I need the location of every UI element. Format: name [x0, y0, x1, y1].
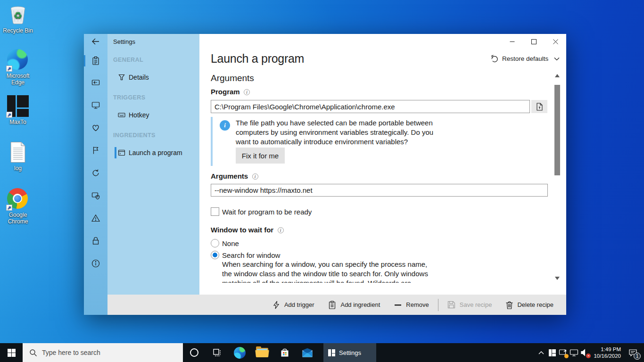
action-center-button[interactable]: 1: [628, 347, 637, 358]
tray-chevron-up[interactable]: [537, 347, 546, 358]
desktop-icon-chrome[interactable]: Google Chrome: [0, 188, 36, 225]
health-icon[interactable]: [84, 122, 107, 133]
cortana-button[interactable]: [183, 343, 206, 362]
close-button[interactable]: [545, 34, 566, 49]
sidebar-item-label: Launch a program: [129, 149, 182, 156]
add-trigger-button[interactable]: Add trigger: [265, 295, 322, 315]
desktop-icon-label: Microsoft: [0, 73, 36, 79]
arguments-label: Arguments: [211, 172, 258, 180]
store-button[interactable]: [273, 343, 296, 362]
desktop-icon-label2: Chrome: [0, 218, 36, 225]
fix-it-button[interactable]: Fix it for me: [236, 148, 285, 164]
delete-recipe-button[interactable]: Delete recipe: [499, 295, 561, 315]
store-icon: [280, 347, 290, 358]
trash-icon: [506, 301, 513, 309]
settings-sidebar: Settings GENERAL Details TRIGGERS Hotkey…: [107, 34, 199, 295]
taskbar-app-label: Settings: [339, 349, 361, 356]
settings-window: Settings GENERAL Details TRIGGERS Hotkey…: [84, 34, 566, 315]
page-title: Launch a program: [211, 52, 304, 66]
desktop-icon-label: Google: [0, 212, 36, 218]
tray-sync-icon[interactable]: [558, 347, 568, 358]
info-icon[interactable]: [252, 173, 258, 180]
taskbar-app-settings[interactable]: Settings: [323, 343, 376, 362]
task-view-icon: [212, 348, 222, 357]
arguments-input[interactable]: --new-window https://maxto.net: [211, 184, 548, 197]
section-header-triggers: TRIGGERS: [113, 94, 145, 101]
remove-icon: [394, 301, 402, 309]
recipes-icon[interactable]: [84, 55, 107, 66]
chevron-down-icon: [554, 57, 560, 61]
back-button[interactable]: [84, 36, 107, 47]
windows-logo-icon: [8, 349, 16, 357]
file-explorer-button[interactable]: [251, 343, 273, 362]
license-icon[interactable]: [84, 235, 107, 247]
sidebar-item-details[interactable]: Details: [107, 71, 199, 84]
start-button[interactable]: [0, 343, 23, 362]
file-explorer-icon: [256, 348, 268, 357]
tray-volume-icon[interactable]: ×: [580, 347, 589, 358]
info-icon[interactable]: [278, 227, 284, 233]
tray-display-icon[interactable]: [569, 347, 578, 358]
desktop-icon-label: Recycle Bin: [0, 27, 36, 34]
maximize-button[interactable]: [523, 34, 545, 49]
browse-file-button[interactable]: [531, 100, 547, 113]
sidebar-item-hotkey[interactable]: Hotkey: [107, 108, 199, 122]
undo-icon: [490, 55, 498, 63]
info-panel-text: The file path you have selected can be m…: [236, 118, 433, 147]
recycle-bin-icon: ♻: [7, 4, 29, 25]
scrollbar-up-arrow[interactable]: [553, 72, 561, 79]
taskbar-clock[interactable]: 1:49 PM 10/16/2020: [594, 346, 621, 359]
minimize-button[interactable]: [501, 34, 523, 49]
restore-defaults-button[interactable]: Restore defaults: [490, 55, 560, 63]
warnings-icon[interactable]: [84, 213, 107, 224]
wait-checkbox-label: Wait for program to be ready: [222, 208, 312, 216]
clipboard-icon: [328, 301, 336, 309]
desktop-icon-recycle-bin[interactable]: ♻ Recycle Bin: [0, 4, 36, 34]
info-panel-accent: [211, 117, 213, 166]
add-ingredient-button[interactable]: Add ingredient: [321, 295, 387, 315]
toolbar-separator: [438, 299, 438, 311]
volume-muted-badge: ×: [586, 354, 591, 358]
program-label: Program: [211, 88, 250, 96]
flags-icon[interactable]: [84, 145, 107, 156]
info-circle-icon: [220, 120, 230, 131]
maxto-icon: [7, 95, 29, 117]
monitors-icon[interactable]: [84, 99, 107, 111]
shortcut-arrow-icon: [6, 66, 12, 72]
program-input[interactable]: C:\Program Files\Google\Chrome\Applicati…: [211, 100, 530, 113]
settings-main-panel: Launch a program Restore defaults Argume…: [199, 34, 566, 295]
desktop-icon-label2: Edge: [0, 79, 36, 86]
nav-icon-strip: [84, 34, 107, 315]
remove-button[interactable]: Remove: [387, 295, 436, 315]
scrollbar-down-arrow[interactable]: [553, 274, 561, 282]
save-recipe-button[interactable]: Save recipe: [440, 295, 499, 315]
maxto-app-icon: [328, 349, 335, 356]
edge-icon: [7, 49, 29, 71]
svg-text:♻: ♻: [14, 10, 22, 21]
updates-icon[interactable]: [84, 167, 107, 179]
hotkey-icon: [118, 111, 125, 119]
info-icon[interactable]: [244, 89, 250, 95]
about-icon[interactable]: [84, 258, 107, 269]
security-icon[interactable]: [84, 190, 107, 201]
tray-maxto-icon[interactable]: [547, 347, 557, 358]
radio-search-window[interactable]: [211, 251, 219, 259]
desktop-icon-label: MaxTo: [0, 119, 36, 125]
details-icon: [118, 74, 125, 81]
taskbar-edge-button[interactable]: [228, 343, 251, 362]
desktop-icon-maxto[interactable]: MaxTo: [0, 95, 36, 125]
desktop-icon-log[interactable]: log: [0, 141, 36, 172]
desktop-icon-edge[interactable]: Microsoft Edge: [0, 49, 36, 86]
cortana-icon: [189, 347, 199, 358]
log-file-icon: [7, 141, 29, 163]
lightning-icon: [272, 301, 280, 309]
edge-icon: [234, 347, 246, 359]
scrollbar-thumb[interactable]: [554, 85, 560, 175]
radio-none[interactable]: [211, 239, 219, 247]
task-view-button[interactable]: [206, 343, 228, 362]
mail-button[interactable]: [296, 343, 319, 362]
import-icon[interactable]: [84, 77, 107, 88]
sidebar-item-launch-program[interactable]: Launch a program: [107, 146, 199, 159]
taskbar-search-box[interactable]: Type here to search: [23, 343, 183, 362]
wait-checkbox[interactable]: [211, 207, 219, 216]
